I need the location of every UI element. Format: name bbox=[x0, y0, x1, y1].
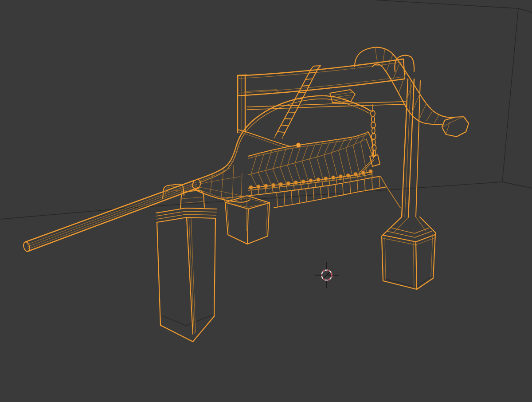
bottom-rail bbox=[274, 187, 387, 208]
knob bbox=[324, 177, 328, 181]
backdrop-room[interactable] bbox=[0, 0, 532, 326]
knob bbox=[286, 181, 290, 185]
knob bbox=[301, 180, 305, 184]
chain-link bbox=[372, 139, 376, 145]
knob bbox=[361, 171, 365, 175]
pole-end-cap bbox=[23, 241, 31, 252]
knob bbox=[249, 185, 253, 189]
carton-hidden-bottom-edges bbox=[161, 315, 213, 326]
room-wall-corner-edge bbox=[502, 8, 518, 182]
chain-link bbox=[372, 128, 375, 134]
carton-box-left[interactable] bbox=[156, 184, 217, 342]
long-rail bbox=[247, 102, 405, 110]
knob bbox=[339, 175, 343, 179]
chain-link bbox=[372, 116, 375, 122]
knob bbox=[369, 169, 373, 173]
3d-viewport[interactable] bbox=[0, 0, 532, 402]
viewport-canvas[interactable] bbox=[0, 0, 532, 402]
knob bbox=[294, 181, 298, 185]
chain-link bbox=[372, 145, 376, 151]
arm-facet-lines bbox=[375, 47, 439, 123]
knob bbox=[271, 183, 275, 187]
room-ceiling-edge bbox=[376, 0, 532, 12]
knob bbox=[331, 176, 335, 180]
knob bbox=[256, 185, 260, 189]
room-floor-edge-right bbox=[502, 182, 532, 188]
knob bbox=[316, 177, 320, 181]
base-box-bottom bbox=[383, 278, 433, 289]
knob bbox=[309, 179, 313, 183]
object-origin-dot[interactable] bbox=[296, 143, 301, 147]
arm-outer-edge bbox=[355, 47, 455, 118]
chain-link bbox=[371, 122, 376, 128]
knob bbox=[346, 173, 350, 177]
mid-support-box[interactable] bbox=[225, 196, 270, 244]
frame-left-post bbox=[238, 75, 246, 133]
knob-row bbox=[249, 169, 373, 189]
knob bbox=[354, 172, 358, 176]
cursor-crosshair bbox=[315, 262, 339, 288]
chain-link bbox=[372, 133, 376, 139]
knob bbox=[264, 184, 268, 188]
wireframe-machine[interactable] bbox=[23, 47, 469, 342]
base-box-hidden-bottom-edges bbox=[384, 276, 432, 287]
hull-horn-body[interactable] bbox=[192, 96, 400, 208]
knob bbox=[279, 182, 283, 186]
3d-cursor[interactable] bbox=[315, 262, 339, 288]
